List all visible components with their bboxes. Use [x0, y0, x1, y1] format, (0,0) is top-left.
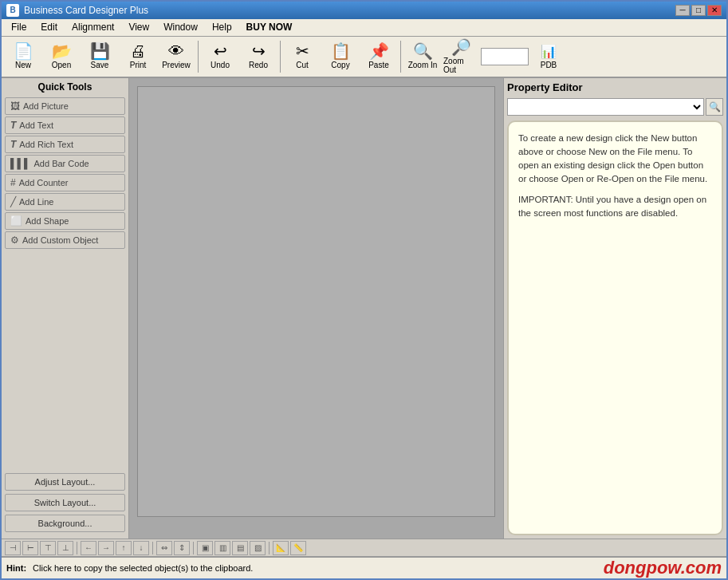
hint-label: Hint:	[6, 563, 26, 573]
switch-layout-label: Switch Layout...	[34, 498, 96, 507]
align-top-button[interactable]: ⊤	[40, 541, 56, 555]
align-bottom-icon: ⊥	[62, 543, 69, 552]
minimize-button[interactable]: ─	[675, 5, 690, 16]
flip-h-button[interactable]: ⇔	[156, 541, 172, 555]
redo-label: Redo	[249, 61, 268, 69]
copy-icon: 📋	[331, 43, 351, 59]
zoom-input[interactable]	[481, 48, 529, 65]
add-line-button[interactable]: ╱ Add Line	[5, 193, 125, 211]
grid-button[interactable]: ▤	[232, 541, 248, 555]
align-bottom-button[interactable]: ⊥	[57, 541, 73, 555]
menu-alignment[interactable]: Alignment	[65, 20, 120, 34]
hint-text: Click here to copy the selected object(s…	[33, 563, 597, 573]
paste-label: Paste	[368, 61, 389, 69]
add-picture-button[interactable]: 🖼 Add Picture	[5, 97, 125, 115]
align-right-icon: ⊢	[27, 543, 34, 552]
toolbar-separator-1	[198, 41, 199, 73]
add-rich-text-label: Add Rich Text	[19, 140, 73, 149]
new-label: New	[15, 61, 31, 69]
menu-help[interactable]: Help	[206, 20, 238, 34]
new-button[interactable]: 📄 New	[5, 38, 41, 75]
watermark: dongpow.com	[604, 558, 722, 578]
canvas-area[interactable]	[129, 78, 503, 539]
nudge-left-icon: ←	[85, 543, 92, 552]
add-text-button[interactable]: T Add Text	[5, 116, 125, 134]
open-button[interactable]: 📂 Open	[43, 38, 80, 75]
camera-icon: 🖼	[10, 101, 20, 112]
copy-button[interactable]: 📋 Copy	[322, 38, 359, 75]
menu-view[interactable]: View	[122, 20, 155, 34]
menu-edit[interactable]: Edit	[34, 20, 64, 34]
property-dropdown-row: 🔍	[507, 98, 723, 116]
cut-button[interactable]: ✂ Cut	[284, 38, 321, 75]
design-canvas	[137, 86, 495, 517]
close-button[interactable]: ✕	[707, 5, 722, 16]
undo-button[interactable]: ↩ Undo	[202, 38, 238, 75]
align-right-button[interactable]: ⊢	[22, 541, 38, 555]
distribute-v-button[interactable]: ▥	[214, 541, 230, 555]
zoom-in-icon: 🔍	[413, 43, 433, 59]
preview-label: Preview	[162, 61, 191, 69]
zoom-out-button[interactable]: 🔎 Zoom Out	[443, 38, 479, 75]
cut-label: Cut	[296, 61, 309, 69]
copy-label: Copy	[331, 61, 349, 69]
window-controls: ─ □ ✕	[675, 5, 722, 16]
maximize-button[interactable]: □	[691, 5, 706, 16]
print-icon: 🖨	[130, 43, 146, 59]
distribute-h-icon: ▣	[202, 543, 209, 552]
add-custom-button[interactable]: ⚙ Add Custom Object	[5, 231, 125, 249]
property-editor-title: Property Editor	[507, 81, 723, 93]
menu-file[interactable]: File	[5, 20, 33, 34]
background-button[interactable]: Background...	[5, 515, 125, 532]
nudge-up-button[interactable]: ↑	[116, 541, 132, 555]
switch-layout-button[interactable]: Switch Layout...	[5, 494, 125, 511]
paste-icon: 📌	[369, 43, 389, 59]
nudge-left-button[interactable]: ←	[81, 541, 96, 555]
add-rich-text-button[interactable]: T Add Rich Text	[5, 136, 125, 153]
distribute-h-button[interactable]: ▣	[197, 541, 213, 555]
zoom-in-button[interactable]: 🔍 Zoom In	[404, 38, 441, 75]
add-shape-button[interactable]: ⬜ Add Shape	[5, 212, 125, 230]
print-button[interactable]: 🖨 Print	[120, 38, 156, 75]
menu-buynow[interactable]: BUY NOW	[240, 20, 299, 34]
align-top-icon: ⊤	[45, 543, 52, 552]
add-counter-button[interactable]: # Add Counter	[5, 174, 125, 191]
background-label: Background...	[38, 519, 92, 528]
menu-bar: File Edit Alignment View Window Help BUY…	[2, 19, 726, 37]
nudge-up-icon: ↑	[122, 543, 126, 552]
print-label: Print	[130, 61, 147, 69]
toolbar-separator-2	[280, 41, 281, 73]
nudge-down-icon: ↓	[140, 543, 144, 552]
add-text-label: Add Text	[19, 120, 53, 130]
open-icon: 📂	[52, 43, 72, 59]
adjust-layout-button[interactable]: Adjust Layout...	[5, 473, 125, 491]
pdb-button[interactable]: 📊 PDB	[530, 38, 567, 75]
ungroup-button[interactable]: 📏	[290, 541, 306, 555]
app-icon: B	[6, 4, 19, 17]
add-barcode-button[interactable]: ▌▌▌ Add Bar Code	[5, 155, 125, 172]
save-button[interactable]: 💾 Save	[81, 38, 118, 75]
redo-icon: ↪	[252, 43, 266, 59]
align-left-button[interactable]: ⊣	[5, 541, 21, 555]
pdb-label: PDB	[541, 61, 557, 69]
property-search-button[interactable]: 🔍	[706, 98, 723, 116]
line-icon: ╱	[10, 196, 16, 207]
property-dropdown[interactable]	[507, 98, 704, 116]
counter-icon: #	[10, 177, 16, 188]
nudge-right-button[interactable]: →	[98, 541, 114, 555]
menu-window[interactable]: Window	[157, 20, 204, 34]
flip-v-button[interactable]: ⇕	[174, 541, 190, 555]
redo-button[interactable]: ↪ Redo	[240, 38, 277, 75]
open-label: Open	[52, 61, 71, 69]
group-button[interactable]: 📐	[273, 541, 289, 555]
preview-button[interactable]: 👁 Preview	[158, 38, 195, 75]
window-title: Business Card Designer Plus	[24, 5, 671, 16]
preview-icon: 👁	[168, 43, 184, 59]
distribute-v-icon: ▥	[219, 543, 226, 552]
snap-button[interactable]: ▨	[250, 541, 266, 555]
add-counter-label: Add Counter	[19, 178, 69, 187]
nudge-down-button[interactable]: ↓	[133, 541, 149, 555]
new-icon: 📄	[14, 43, 33, 59]
paste-button[interactable]: 📌 Paste	[360, 38, 397, 75]
flip-v-icon: ⇕	[179, 543, 185, 552]
